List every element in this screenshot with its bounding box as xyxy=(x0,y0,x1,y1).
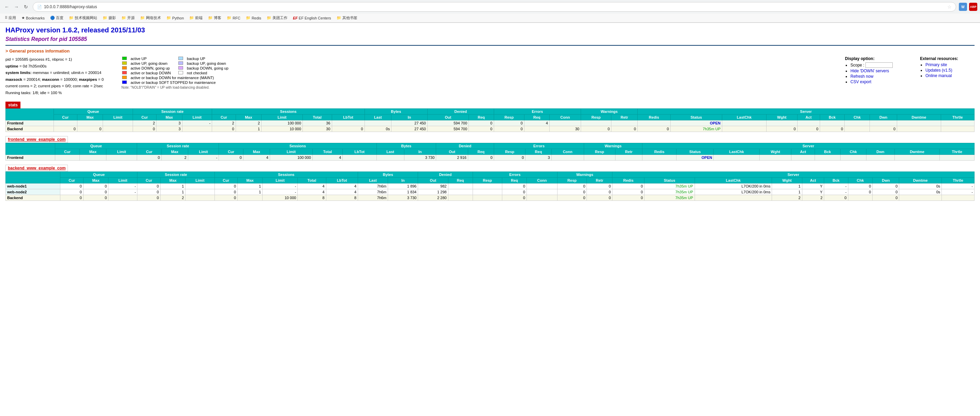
legend-color-not-checked xyxy=(178,71,183,74)
bookmark-apps[interactable]: ⠿ 应用 xyxy=(3,15,18,21)
back-button[interactable]: ← xyxy=(3,3,11,11)
td xyxy=(182,126,212,132)
td xyxy=(695,195,772,201)
td: 2 xyxy=(160,195,185,201)
info-line-5: current conns = 2; current pipes = 0/0; … xyxy=(5,83,115,90)
td xyxy=(448,189,473,195)
th-cur: Cur xyxy=(137,178,160,183)
td xyxy=(820,121,844,126)
td: 1 896 xyxy=(388,183,418,189)
th-warnings: Warnings xyxy=(584,143,643,149)
td xyxy=(759,155,791,160)
th-thrtle: Thrtle xyxy=(941,114,974,121)
td xyxy=(55,155,80,160)
bookmark-opensource[interactable]: 📁 开源 xyxy=(119,15,137,21)
th-req: Req xyxy=(525,149,551,155)
updates-item: Updates (v1.5) xyxy=(926,68,975,73)
bookmark-rfc[interactable]: 📁 RFC xyxy=(225,15,242,21)
reload-button[interactable]: ↻ xyxy=(22,3,30,11)
td: 0 xyxy=(137,155,162,160)
th-bck: Bck xyxy=(824,178,848,183)
updates-link[interactable]: Updates (v1.5) xyxy=(926,68,952,73)
td xyxy=(473,195,502,201)
backend-header-row1: Queue Session rate Sessions Bytes Denied… xyxy=(6,172,975,178)
refresh-now-link[interactable]: Refresh now xyxy=(850,74,873,79)
legend-label-active-backup-down: active or backup DOWN xyxy=(130,71,173,75)
td: 3 xyxy=(525,155,551,160)
td: 4 xyxy=(243,155,270,160)
bookmark-python[interactable]: 📁 Python xyxy=(164,15,186,21)
abp-icon[interactable]: ABP xyxy=(969,3,977,11)
bookmark-other[interactable]: 📁 其他书签 xyxy=(334,15,360,21)
stats-table: Queue Session rate Sessions Bytes Denied… xyxy=(5,108,975,132)
th-in: In xyxy=(391,114,428,121)
bookmark-meituan[interactable]: 📁 美团工作 xyxy=(265,15,290,21)
online-manual-link[interactable]: Online manual xyxy=(926,73,952,78)
star-icon[interactable]: ☆ xyxy=(947,4,952,10)
td: 4 xyxy=(326,183,358,189)
th-total: Total xyxy=(303,114,332,121)
th-max-2: Max xyxy=(156,114,182,121)
td: 0 xyxy=(612,183,644,189)
td: 0 xyxy=(557,183,587,189)
th-empty xyxy=(6,143,55,155)
th-max: Max xyxy=(238,178,262,183)
external-resources: External resources: Primary site Updates… xyxy=(920,56,975,96)
table-row: Backend 00 03 0110 000 3000s 27 450594 7… xyxy=(6,126,975,132)
bookmark-ef[interactable]: EF EF English Centers xyxy=(291,15,333,21)
th-cur: Cur xyxy=(55,149,80,155)
td xyxy=(549,121,581,126)
bookmark-tech-video[interactable]: 📁 技术视频网站 xyxy=(67,15,99,21)
th-bytes: Bytes xyxy=(364,109,427,114)
th-limit: Limit xyxy=(108,178,137,183)
scope-input[interactable] xyxy=(865,62,893,68)
td: 0 xyxy=(494,126,524,132)
th-status: Status xyxy=(670,114,722,121)
extensions-icon[interactable]: W xyxy=(959,3,967,11)
th-bck: Bck xyxy=(820,114,844,121)
td: 0 xyxy=(469,126,494,132)
td: 0 xyxy=(468,155,494,160)
blog-label: 博客 xyxy=(214,15,221,21)
bookmark-frontend[interactable]: 📁 前端 xyxy=(187,15,205,21)
td: 0 xyxy=(824,195,848,201)
td xyxy=(940,155,975,160)
row-name-frontend: Frontend xyxy=(6,121,54,126)
network-label: 网络技术 xyxy=(146,15,161,21)
td: 0 xyxy=(870,126,897,132)
th-lastchk: LastChk xyxy=(714,149,759,155)
bookmark-photo[interactable]: 📁 摄影 xyxy=(100,15,118,21)
primary-site-link[interactable]: Primary site xyxy=(926,62,947,67)
th-sessions: Sessions xyxy=(212,109,364,114)
td: 100 000 xyxy=(261,121,303,126)
td xyxy=(448,183,473,189)
td: 7h6m xyxy=(358,183,388,189)
folder-icon-1: 📁 xyxy=(69,16,74,20)
th-chk: Chk xyxy=(840,149,866,155)
td xyxy=(942,195,975,201)
th-lbtot: LbTot xyxy=(332,114,364,121)
th-in: In xyxy=(404,149,436,155)
bookmark-blog[interactable]: 📁 博客 xyxy=(206,15,223,21)
address-bar[interactable]: 📄 10.0.0.7:8888/haproxy-status ☆ xyxy=(33,2,956,11)
general-info-area: pid = 105585 (process #1, nbproc = 1) up… xyxy=(5,56,975,96)
td: Y xyxy=(802,183,824,189)
td: 4 xyxy=(312,155,342,160)
forward-button[interactable]: → xyxy=(12,3,21,11)
td xyxy=(638,121,671,126)
td xyxy=(186,195,215,201)
scope-item: Scope : xyxy=(850,62,913,68)
bookmark-redis[interactable]: 📁 Redis xyxy=(244,15,263,21)
display-options-title: Display option: xyxy=(845,56,913,61)
bookmark-network[interactable]: 📁 网络技术 xyxy=(138,15,163,21)
th-max: Max xyxy=(83,178,108,183)
hide-down-link[interactable]: Hide 'DOWN' servers xyxy=(850,68,889,73)
th-limit: Limit xyxy=(262,178,298,183)
csv-export-link[interactable]: CSV export xyxy=(850,79,871,84)
bookmark-bookmarks[interactable]: ★ Bookmarks xyxy=(19,15,47,21)
th-sessions: Sessions xyxy=(219,143,377,149)
bookmark-baidu[interactable]: 🔵 百度 xyxy=(48,15,65,21)
th-dwntme: Dwntme xyxy=(894,149,940,155)
td: 0s xyxy=(364,126,391,132)
td xyxy=(106,155,137,160)
